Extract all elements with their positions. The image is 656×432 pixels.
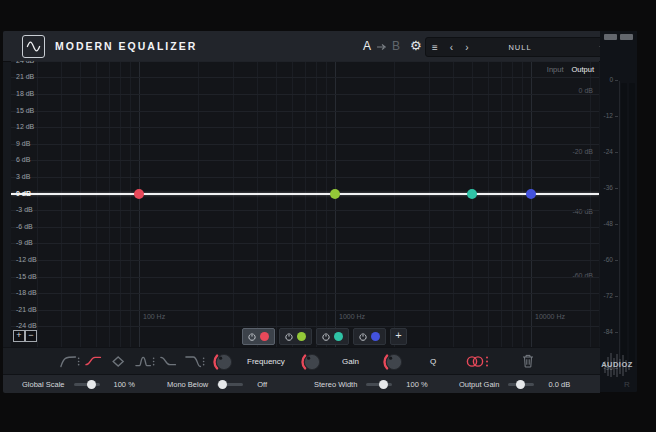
- ab-compare-b[interactable]: B: [392, 39, 400, 53]
- q-knob[interactable]: [383, 351, 405, 373]
- add-band-button[interactable]: +: [390, 328, 407, 345]
- band-select-button[interactable]: [316, 328, 349, 345]
- slider-thumb[interactable]: [87, 380, 96, 389]
- gain-knob-label: Gain: [342, 357, 359, 366]
- freq-gridline: [276, 61, 277, 347]
- band-power-icon: [248, 333, 256, 341]
- output-gain-value: 0.0 dB: [548, 380, 570, 389]
- gain-scale-label: 15 dB: [16, 107, 34, 114]
- freq-scale-label: 100 Hz: [143, 313, 165, 320]
- freq-gridline: [394, 61, 395, 347]
- stereo-placement-icon[interactable]: [464, 355, 490, 368]
- gain-gridline: [11, 243, 599, 244]
- eq-graph[interactable]: 100 Hz1000 Hz10000 Hz0 dB-20 dB-40 dB-60…: [11, 61, 599, 347]
- global-scale-slider[interactable]: [74, 383, 100, 386]
- preset-name[interactable]: NULL: [426, 43, 614, 52]
- meter-scale-label: -84: [600, 328, 613, 335]
- meter-scale-label: 0: [600, 76, 613, 83]
- stereo-width-slider[interactable]: [366, 383, 392, 386]
- freq-gridline: [472, 61, 473, 347]
- preset-bar: ≡ ‹ › NULL: [425, 37, 615, 57]
- freq-gridline: [305, 61, 306, 347]
- filter-type-low-shelf-icon[interactable]: [85, 354, 105, 369]
- footer-control: Global Scale100 %: [22, 375, 135, 393]
- plugin-logo: [22, 35, 45, 58]
- ab-compare-a[interactable]: A: [363, 39, 371, 53]
- eq-curve[interactable]: [11, 193, 599, 195]
- gain-gridline: [11, 127, 599, 128]
- gain-scale-label: 3 dB: [16, 173, 30, 180]
- band-color-dot: [371, 332, 380, 341]
- filter-type-bell-icon[interactable]: [135, 354, 155, 369]
- freq-gridline: [130, 61, 131, 347]
- filter-type-notch-icon[interactable]: [110, 354, 130, 369]
- freq-gridline: [522, 61, 523, 347]
- delete-band-icon[interactable]: [522, 354, 534, 368]
- settings-gear-icon[interactable]: ⚙: [410, 38, 422, 53]
- gain-scale-label: -3 dB: [16, 206, 33, 213]
- gain-scale-label: -9 dB: [16, 239, 33, 246]
- zoom-out-button[interactable]: −: [25, 330, 37, 342]
- copy-a-to-b-icon[interactable]: [377, 43, 388, 51]
- spectrum-scale-label: -40 dB: [572, 208, 593, 215]
- q-knob-label: Q: [430, 357, 436, 366]
- band-power-icon: [359, 333, 367, 341]
- meter-bar-right: [629, 83, 635, 366]
- band-color-dot: [260, 332, 269, 341]
- freq-gridline: [429, 61, 430, 347]
- gain-scale-label: 9 dB: [16, 140, 30, 147]
- global-scale-value: 100 %: [114, 380, 135, 389]
- freq-gridline: [96, 61, 97, 347]
- mono-below-value: Off: [257, 380, 267, 389]
- gain-gridline: [11, 210, 599, 211]
- gain-gridline: [11, 61, 599, 62]
- slider-thumb[interactable]: [379, 380, 388, 389]
- gain-gridline: [11, 227, 599, 228]
- analyzer-io-toggle: InputOutput: [547, 65, 594, 74]
- mono-below-slider[interactable]: [217, 383, 243, 386]
- meter-tick: [615, 260, 618, 261]
- freq-gridline: [501, 61, 502, 347]
- freq-gridline: [531, 61, 532, 347]
- freq-gridline: [80, 61, 81, 347]
- frequency-knob-label: Frequency: [247, 357, 285, 366]
- output-gain-slider[interactable]: [508, 383, 534, 386]
- gain-knob[interactable]: [301, 351, 323, 373]
- meter-scale-label: -48: [600, 220, 613, 227]
- zoom-in-button[interactable]: +: [13, 330, 25, 342]
- analyzer-input-toggle[interactable]: Input: [547, 65, 564, 74]
- global-scale-label: Global Scale: [22, 380, 65, 389]
- filter-type-high-shelf-icon[interactable]: [160, 354, 180, 369]
- analyzer-output-toggle[interactable]: Output: [571, 65, 594, 74]
- filter-type-high-pass-icon[interactable]: [60, 354, 80, 369]
- meter-tick: [615, 80, 618, 81]
- band-selector-row: +: [242, 328, 407, 345]
- freq-gridline: [109, 61, 110, 347]
- spectrum-scale-label: -60 dB: [572, 272, 593, 279]
- eq-band-node[interactable]: [467, 189, 477, 199]
- eq-band-node[interactable]: [526, 189, 536, 199]
- gain-scale-label: 24 dB: [16, 61, 34, 64]
- band-select-button[interactable]: [353, 328, 386, 345]
- freq-gridline: [198, 61, 199, 347]
- band-select-button[interactable]: [242, 328, 275, 345]
- frequency-knob[interactable]: [213, 351, 235, 373]
- eq-band-node[interactable]: [134, 189, 144, 199]
- meter-tick: [615, 116, 618, 117]
- band-power-icon: [285, 333, 293, 341]
- gain-gridline: [11, 160, 599, 161]
- spectrum-scale-label: -20 dB: [572, 148, 593, 155]
- meter-tick: [615, 296, 618, 297]
- band-select-button[interactable]: [279, 328, 312, 345]
- gain-scale-label: -12 dB: [16, 256, 37, 263]
- freq-gridline: [488, 61, 489, 347]
- gain-scale-label: -24 dB: [16, 322, 37, 329]
- footer-control: Output Gain0.0 dB: [459, 375, 570, 393]
- filter-type-low-pass-icon[interactable]: [185, 354, 205, 369]
- slider-thumb[interactable]: [516, 380, 525, 389]
- gain-gridline: [11, 177, 599, 178]
- eq-band-node[interactable]: [330, 189, 340, 199]
- meter-tick: [615, 188, 618, 189]
- slider-thumb[interactable]: [218, 380, 227, 389]
- meter-scale-label: -24: [600, 148, 613, 155]
